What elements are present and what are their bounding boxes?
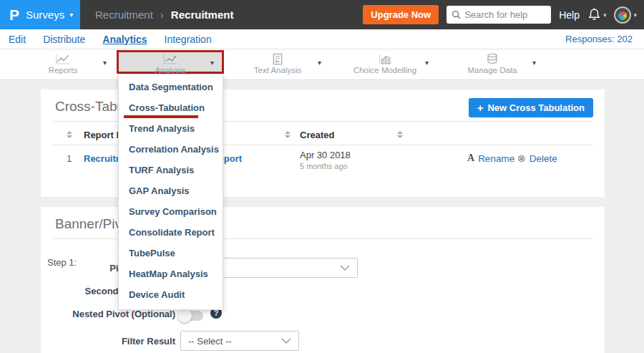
help-link[interactable]: Help [559, 9, 580, 21]
upgrade-now-button[interactable]: Upgrade Now [363, 5, 439, 24]
chevron-down-icon [340, 265, 350, 271]
avatar [614, 6, 631, 24]
nested-pivot-label: Nested Pivot (Optional) [41, 309, 175, 319]
toolbar-item-label: Manage Data [467, 66, 517, 74]
breadcrumb-separator-icon: › [160, 9, 164, 21]
toolbar-item-analysis[interactable]: Analysis ▾ [117, 50, 224, 74]
nested-pivot-toggle[interactable] [179, 311, 203, 321]
menu-item-survey-comparison[interactable]: Survey Comparison [119, 201, 223, 222]
filter-result-select[interactable]: -- Select -- [180, 331, 299, 351]
menu-item-device-audit[interactable]: Device Audit [119, 284, 223, 305]
breadcrumb-current: Recruitment [171, 9, 234, 21]
toolbar-item-label: Reports [49, 66, 77, 74]
menu-item-cross-tabulation[interactable]: Cross-Tabulation [119, 97, 223, 118]
bell-icon [587, 7, 601, 22]
search-icon [452, 10, 461, 19]
main-content: Cross-Tabulation + New Cross Tabulation … [0, 80, 644, 353]
menu-item-turf-analysis[interactable]: TURF Analysis [119, 160, 223, 180]
line-chart-icon [55, 53, 71, 65]
menu-item-heatmap-analysis[interactable]: HeatMap Analysis [119, 263, 223, 284]
subnav-item-distribute[interactable]: Distribute [43, 34, 85, 45]
created-ago: 5 months ago [300, 162, 348, 170]
subnav-item-analytics[interactable]: Analytics [102, 34, 147, 45]
new-cross-tabulation-button[interactable]: + New Cross Tabulation [469, 98, 593, 117]
toolbar-item-choice-modelling[interactable]: Choice Modelling ▾ [331, 50, 439, 74]
toolbar-item-label: Choice Modelling [353, 66, 416, 74]
delete-action[interactable]: ⊗ Delete [517, 153, 557, 164]
responses-count[interactable]: Responses: 202 [565, 34, 633, 44]
chevron-down-icon: ▾ [318, 59, 321, 67]
toolbar-item-manage-data[interactable]: Manage Data ▾ [439, 50, 546, 74]
menu-item-tubepulse[interactable]: TubePulse [119, 243, 223, 263]
toolbar-item-text-analysis[interactable]: Text Analysis ▾ [224, 50, 331, 74]
text-document-icon [272, 53, 283, 65]
account-menu[interactable]: ▾ [614, 6, 637, 24]
chevron-down-icon: ▾ [603, 11, 607, 19]
analysis-dropdown-menu: Data Segmentation Cross-Tabulation Trend… [118, 74, 223, 310]
menu-item-data-segmentation[interactable]: Data Segmentation [119, 77, 223, 97]
chevron-down-icon: ▾ [425, 59, 429, 67]
subnav-item-edit[interactable]: Edit [9, 34, 26, 45]
product-menu-label: Surveys [26, 9, 64, 21]
delete-label: Delete [530, 153, 557, 164]
analytics-toolbar: Reports ▾ Analysis ▾ Text Analysis ▾ Cho… [0, 49, 644, 80]
subnav-item-integration[interactable]: Integration [165, 34, 212, 45]
search-input[interactable] [464, 9, 545, 20]
plus-icon: + [477, 102, 484, 114]
toolbar-item-label: Text Analysis [254, 66, 301, 74]
sort-icon[interactable] [397, 131, 403, 138]
rename-a-icon: A [467, 153, 474, 164]
delete-circle-x-icon: ⊗ [517, 153, 526, 164]
sort-icon[interactable] [67, 131, 72, 138]
top-navbar: P Surveys ▾ Recruitment › Recruitment Up… [0, 0, 644, 29]
chevron-down-icon [281, 338, 291, 344]
row-number: 1 [67, 153, 72, 164]
created-date: Apr 30 2018 [300, 150, 351, 160]
menu-item-trend-analysis[interactable]: Trend Analysis [119, 118, 223, 139]
new-button-label: New Cross Tabulation [487, 102, 585, 113]
menu-item-gap-analysis[interactable]: GAP Analysis [119, 180, 223, 201]
topbar-right-cluster: Upgrade Now Help ▾ ▾ [363, 0, 637, 29]
chevron-down-icon: ▾ [103, 59, 107, 67]
toolbar-item-reports[interactable]: Reports ▾ [9, 50, 117, 74]
notifications-menu[interactable]: ▾ [587, 7, 607, 22]
help-search[interactable] [447, 6, 551, 24]
survey-subnav: Edit Distribute Analytics Integration Re… [0, 29, 644, 49]
database-icon [486, 53, 499, 65]
bar-line-chart-icon [377, 53, 393, 65]
chevron-down-icon: ▾ [210, 59, 214, 67]
column-header-created[interactable]: Created [300, 130, 334, 140]
rename-label: Rename [478, 153, 514, 164]
chevron-down-icon: ▾ [532, 59, 536, 67]
chevron-down-icon: ▾ [633, 11, 637, 19]
brand-logo: P [9, 6, 19, 24]
sort-icon[interactable] [285, 131, 291, 138]
rename-action[interactable]: A Rename [467, 153, 514, 164]
scatter-chart-icon [162, 53, 178, 65]
avatar-gauge-icon [617, 9, 629, 21]
menu-item-label: Cross-Tabulation [129, 102, 205, 113]
filter-result-label: Filter Result [41, 336, 175, 347]
chevron-down-icon: ▾ [69, 11, 73, 19]
menu-item-correlation-analysis[interactable]: Correlation Analysis [119, 139, 223, 160]
toggle-knob [177, 309, 192, 323]
breadcrumb-parent[interactable]: Recruitment [95, 9, 153, 21]
menu-item-consolidate-report[interactable]: Consolidate Report [119, 222, 223, 243]
product-menu[interactable]: P Surveys ▾ [0, 0, 80, 29]
breadcrumb: Recruitment › Recruitment [95, 9, 233, 21]
filter-result-value: -- Select -- [188, 336, 232, 347]
